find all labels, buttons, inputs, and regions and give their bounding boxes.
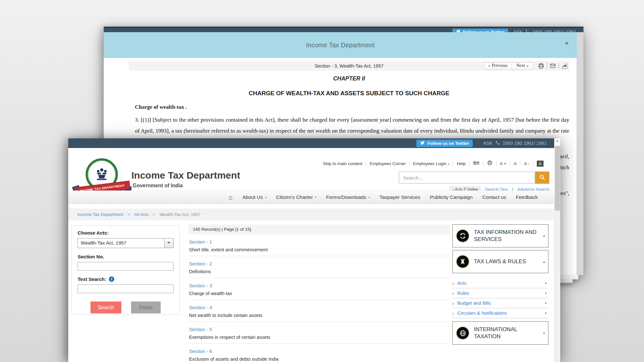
filter-buttons: Search Reset: [78, 302, 174, 313]
sidebar-item-circulars-notifications[interactable]: › Circulars & Notifications ▾: [452, 308, 548, 318]
font-decrease-button[interactable]: A -: [524, 161, 529, 166]
section-description: Exclusion of assets and debts outside In…: [189, 357, 450, 362]
helpline-number: 1800 180 1961/ 1961: [503, 141, 547, 146]
section-link[interactable]: Section - 2: [189, 261, 212, 266]
next-button[interactable]: Next ▸: [512, 62, 533, 69]
share-icon[interactable]: [561, 62, 568, 69]
modal-title: Income Tax Department: [104, 32, 577, 58]
scrollbar-up-arrow[interactable]: ^: [554, 138, 560, 146]
margin-note: Charge of wealth-tax .: [135, 104, 569, 110]
tax-information-services-card[interactable]: TAX INFORMATION AND SERVICES ▾: [452, 224, 548, 247]
nav-publicity-campaign[interactable]: Publicity Campaign: [430, 194, 473, 200]
ask-helpline: ASK 1800 180 1961/ 1961: [483, 140, 547, 146]
section-description: Exemptions in respect of certain assets: [189, 335, 450, 340]
section-link[interactable]: Section - 5: [189, 327, 212, 332]
previous-button[interactable]: ◂ Previous: [484, 62, 512, 69]
divider: [520, 161, 520, 166]
window-scrollbar[interactable]: ^: [554, 138, 560, 362]
nav-label: Feedback: [516, 194, 538, 200]
sidebar-link-label: Rules: [457, 291, 469, 296]
print-icon[interactable]: [538, 63, 545, 69]
modal-scrollbar-track[interactable]: [577, 32, 583, 275]
close-icon[interactable]: ×: [565, 40, 569, 46]
section-link[interactable]: Section - 3: [189, 283, 212, 288]
section-no-input[interactable]: [78, 262, 174, 271]
nav-forms-downloads[interactable]: Forms/Downloads ▾: [326, 194, 370, 200]
font-increase-button[interactable]: A +: [500, 161, 507, 166]
follow-twitter-label: Follow us on Twitter: [463, 30, 505, 32]
chevron-down-icon: ▾: [543, 234, 545, 238]
main-navigation: ⌂ About Us ▾ Citizen's Charter ▾ Forms/D…: [68, 190, 554, 204]
search-icon: [539, 174, 545, 181]
chevron-down-icon: ▾: [545, 311, 546, 315]
divider: [366, 161, 366, 166]
section-link[interactable]: Section - 6: [189, 348, 212, 354]
follow-twitter-badge[interactable]: Follow us on Twitter: [416, 140, 473, 147]
section-link[interactable]: Section - 4: [189, 305, 212, 310]
sidebar-item-budget-and-bills[interactable]: › Budget and Bills ▾: [452, 298, 548, 308]
site-title: Income Tax Department: [131, 170, 240, 181]
section-description: Definitions: [189, 269, 450, 274]
nav-label: Taxpayer Services: [379, 194, 420, 200]
hindi-language-link[interactable]: हिंदी: [473, 161, 479, 166]
right-sidebar: TAX INFORMATION AND SERVICES ▾ ♜ TAX LAW…: [452, 224, 548, 345]
tax-laws-rules-card[interactable]: ♜ TAX LAWS & RULES ▴: [452, 250, 548, 273]
follow-twitter-badge[interactable]: Follow us on Twitter: [452, 29, 508, 32]
divider: [453, 161, 453, 166]
text-search-input[interactable]: [78, 284, 174, 293]
nav-feedback[interactable]: Feedback: [516, 194, 538, 200]
globe-icon: [457, 327, 469, 339]
nav-citizens-charter[interactable]: Citizen's Charter ▾: [276, 194, 316, 200]
search-submit-button[interactable]: [535, 172, 549, 184]
skip-to-content-link[interactable]: Skip to main content: [323, 161, 362, 166]
angle-bullet-icon: ›: [452, 301, 454, 306]
choose-acts-label: Choose Acts:: [78, 230, 174, 236]
sidebar-item-acts[interactable]: › Acts ▾: [452, 278, 548, 288]
chevron-down-icon: ▾: [448, 163, 449, 166]
breadcrumb-all-acts-link[interactable]: All Acts: [134, 212, 148, 217]
scrollbar-thumb[interactable]: [555, 146, 560, 210]
help-link[interactable]: Help: [457, 161, 466, 166]
reset-button[interactable]: Reset: [131, 302, 161, 313]
breadcrumb-separator: >: [153, 212, 155, 217]
employees-corner-link[interactable]: Employees Corner: [370, 161, 406, 166]
rook-glyph: ♜: [460, 258, 466, 265]
card-title: TAX INFORMATION AND SERVICES: [474, 229, 540, 243]
rook-icon: ♜: [457, 255, 469, 268]
nav-about-us[interactable]: About Us ▾: [242, 194, 267, 200]
divider: [409, 161, 410, 166]
search-input[interactable]: [399, 172, 535, 184]
employees-login-link[interactable]: Employees Login▾: [413, 161, 450, 166]
angle-bullet-icon: ›: [452, 291, 454, 296]
divider: [533, 161, 533, 166]
nav-contact-us[interactable]: Contact us: [482, 194, 506, 200]
high-contrast-button[interactable]: A: [537, 161, 544, 167]
info-icon[interactable]: i: [109, 276, 114, 282]
section-no-label: Section No.: [78, 254, 174, 259]
ask-helpline: ASK 1800 180 1961/ 1961: [513, 29, 576, 32]
desktop-background: Follow us on Twitter ASK 1800 180 1961/ …: [0, 0, 644, 362]
acts-filter-panel: Choose Acts: Wealth-Tax Act, 1957 Sectio…: [71, 225, 180, 315]
section-link[interactable]: Section - 1: [189, 239, 212, 245]
select-arrow-icon: [164, 238, 173, 248]
breadcrumb-home-link[interactable]: Income Tax Department: [77, 212, 123, 217]
section-toolbar: Section - 3, Wealth-Tax Act, 1957 ◂ Prev…: [129, 61, 569, 71]
chevron-down-icon: ▾: [315, 196, 317, 199]
breadcrumb: Income Tax Department > All Acts > Wealt…: [68, 209, 554, 220]
sidebar-item-rules[interactable]: › Rules ▾: [452, 288, 548, 298]
print-icon[interactable]: [487, 160, 493, 167]
breadcrumb-current: Wealth-Tax Act, 1957: [159, 212, 200, 217]
search-button[interactable]: Search: [90, 302, 121, 313]
email-icon[interactable]: [549, 63, 556, 69]
nav-label: Forms/Downloads: [326, 194, 366, 200]
nav-label: Publicity Campaign: [430, 194, 473, 200]
international-taxation-card[interactable]: INTERNATIONAL TAXATION ▾: [452, 321, 548, 345]
nav-taxpayer-services[interactable]: Taxpayer Services: [379, 194, 420, 200]
choose-acts-select[interactable]: Wealth-Tax Act, 1957: [78, 238, 174, 248]
font-normal-button[interactable]: A: [514, 161, 516, 166]
charge-heading: CHARGE OF WEALTH-TAX AND ASSETS SUBJECT …: [129, 90, 569, 97]
section-description: Net wealth to include certain assets: [189, 313, 450, 318]
list-item: Section - 6 Exclusion of assets and debt…: [188, 344, 450, 362]
home-icon[interactable]: ⌂: [229, 194, 233, 201]
list-item: Section - 3 Charge of wealth-tax: [188, 278, 450, 300]
